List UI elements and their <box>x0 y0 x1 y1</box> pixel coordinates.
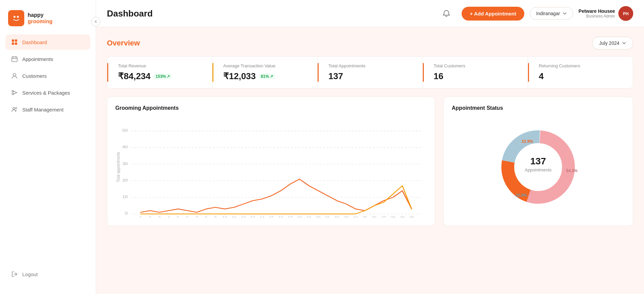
svg-line-14 <box>14 91 17 93</box>
svg-rect-5 <box>12 42 14 45</box>
stat-label-customers: Total Customers <box>431 63 520 68</box>
grooming-chart-title: Grooming Appointments <box>115 105 427 111</box>
logout-icon <box>11 270 18 278</box>
collapse-button[interactable] <box>91 17 100 26</box>
sidebar-item-appointments[interactable]: Appointments <box>5 51 90 67</box>
stat-label-appointments: Total Appointments <box>326 63 414 68</box>
svg-text:20: 20 <box>316 216 321 218</box>
grid-icon <box>11 38 18 46</box>
svg-text:18: 18 <box>297 216 302 218</box>
svg-line-15 <box>14 93 17 94</box>
stat-badge-revenue: 153% ↗ <box>153 73 173 79</box>
users-icon <box>11 106 18 113</box>
svg-text:26: 26 <box>372 216 377 218</box>
stat-badge-avg: 81% ↗ <box>259 73 275 79</box>
svg-rect-4 <box>15 39 17 42</box>
logo-area: happy grooming <box>0 7 96 34</box>
user-name: Petware Housee <box>579 8 615 14</box>
svg-text:21: 21 <box>325 216 330 218</box>
notification-button[interactable] <box>439 6 453 21</box>
svg-point-11 <box>13 73 16 76</box>
user-text: Petware Housee Business Admin <box>579 8 615 19</box>
svg-text:30: 30 <box>409 216 414 218</box>
sidebar-item-appointments-label: Appointments <box>22 56 53 62</box>
svg-text:10: 10 <box>122 194 128 199</box>
stat-value-customers: 16 <box>431 71 520 81</box>
sidebar-item-services[interactable]: Services & Packages <box>5 85 90 100</box>
svg-text:23: 23 <box>344 216 349 218</box>
sidebar-item-services-label: Services & Packages <box>22 90 70 96</box>
svg-point-17 <box>16 107 17 109</box>
stat-returning-customers: Returning Customers 4 <box>528 57 633 88</box>
overview-header: Overview July 2024 <box>107 37 633 50</box>
svg-text:4: 4 <box>168 216 170 218</box>
content-area: Overview July 2024 Total Revenue ₹84,234… <box>96 27 644 294</box>
sidebar-item-dashboard[interactable]: Dashboard <box>5 34 90 50</box>
header: Dashboard + Add Appointment Indiranagar … <box>96 0 644 27</box>
svg-text:25: 25 <box>362 216 367 218</box>
stat-value-returning: 4 <box>536 71 625 81</box>
svg-text:28: 28 <box>391 216 396 218</box>
svg-text:30: 30 <box>122 161 128 166</box>
logout-button[interactable]: Logout <box>5 266 90 282</box>
add-appointment-button[interactable]: + Add Appointment <box>462 7 524 21</box>
stat-total-appointments: Total Appointments 137 <box>318 57 423 88</box>
svg-text:20: 20 <box>122 178 128 182</box>
svg-text:29: 29 <box>400 216 405 218</box>
sidebar: happy grooming Dashboard <box>0 0 96 294</box>
line-chart-area: 0 10 20 30 40 50 Total a <box>115 117 427 218</box>
svg-rect-0 <box>11 13 21 23</box>
overview-title: Overview <box>107 39 140 47</box>
svg-point-16 <box>13 107 15 109</box>
svg-text:3: 3 <box>158 216 160 218</box>
location-selector[interactable]: Indiranagar <box>530 7 573 20</box>
svg-point-2 <box>17 16 19 18</box>
svg-text:137: 137 <box>530 156 546 166</box>
stats-row: Total Revenue ₹84,234 153% ↗ Average Tra… <box>107 56 633 89</box>
main-content: Dashboard + Add Appointment Indiranagar … <box>96 0 644 294</box>
svg-text:13: 13 <box>251 216 255 218</box>
user-role: Business Admin <box>579 14 615 19</box>
svg-text:9: 9 <box>214 216 216 218</box>
svg-rect-3 <box>12 39 14 42</box>
appointment-status-card: Appointment Status 137 Appointments <box>443 97 633 226</box>
date-selector[interactable]: July 2024 <box>592 37 633 50</box>
svg-text:54.3%: 54.3% <box>566 168 578 173</box>
svg-rect-6 <box>15 42 17 45</box>
stat-total-revenue: Total Revenue ₹84,234 153% ↗ <box>107 57 212 88</box>
svg-point-1 <box>13 16 16 18</box>
stat-avg-transaction: Average Transaction Value ₹12,033 81% ↗ <box>212 57 318 88</box>
stat-total-customers: Total Customers 16 <box>423 57 528 88</box>
svg-text:14: 14 <box>260 216 265 218</box>
svg-text:PH: PH <box>623 11 629 16</box>
svg-text:1: 1 <box>140 216 142 218</box>
svg-text:15: 15 <box>269 216 274 218</box>
sidebar-item-staff[interactable]: Staff Management <box>5 102 90 117</box>
svg-text:10: 10 <box>223 216 227 218</box>
svg-text:22.9%: 22.9% <box>516 193 527 198</box>
svg-text:2: 2 <box>149 216 151 218</box>
svg-text:50: 50 <box>122 128 128 132</box>
stat-value-avg: ₹12,033 81% ↗ <box>221 71 309 81</box>
avatar: PH <box>618 6 633 21</box>
appointment-status-title: Appointment Status <box>452 105 625 111</box>
svg-text:24: 24 <box>353 216 358 218</box>
stat-label-revenue: Total Revenue <box>115 63 204 68</box>
svg-text:11: 11 <box>232 216 236 218</box>
nav-bottom: Logout <box>0 261 96 287</box>
sidebar-item-customers[interactable]: Customers <box>5 68 90 84</box>
svg-text:0: 0 <box>125 211 128 216</box>
stat-value-revenue: ₹84,234 153% ↗ <box>115 71 204 81</box>
logo-icon <box>8 10 24 26</box>
svg-text:16: 16 <box>279 216 283 218</box>
calendar-icon <box>11 55 18 63</box>
stat-value-appointments: 137 <box>326 71 414 81</box>
svg-text:22.9%: 22.9% <box>522 139 533 144</box>
svg-text:27: 27 <box>381 216 386 218</box>
svg-text:Total appointments: Total appointments <box>116 152 121 182</box>
stat-label-avg: Average Transaction Value <box>221 63 309 68</box>
location-label: Indiranagar <box>536 11 560 16</box>
svg-text:Appointments: Appointments <box>525 167 552 172</box>
user-icon <box>11 72 18 79</box>
svg-text:19: 19 <box>306 216 311 218</box>
